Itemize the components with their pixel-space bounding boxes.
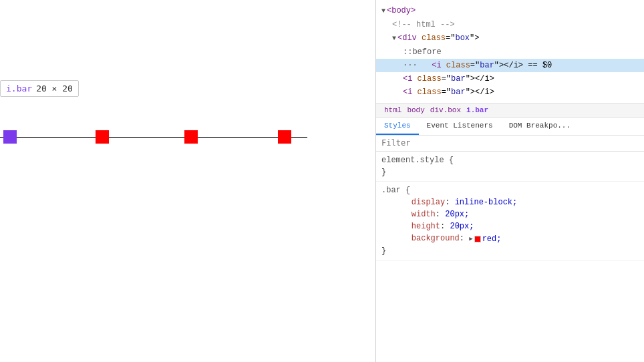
filter-input[interactable] <box>381 138 639 148</box>
bar-red-1 <box>96 130 109 144</box>
styles-panel: element.style { } .bar { display: inline… <box>376 136 644 362</box>
css-rule-bar: .bar { display: inline-block; width: 20p… <box>376 182 644 260</box>
dom-line-selected-bar[interactable]: ··· <i class="bar"></i> == $0 <box>376 59 644 72</box>
triangle-icon: ▼ <box>381 7 385 15</box>
browser-preview: i.bar 20 × 20 <box>0 0 376 362</box>
dom-line-div[interactable]: ▼<div class="box"> <box>376 31 644 45</box>
css-prop-background: background <box>412 234 460 243</box>
tab-event-listeners[interactable]: Event Listeners <box>419 118 501 135</box>
tab-styles[interactable]: Styles <box>376 118 419 135</box>
breadcrumb-i-bar[interactable]: i.bar <box>464 106 491 115</box>
breadcrumb-html[interactable]: html <box>381 106 404 115</box>
css-prop-height: height <box>412 222 440 231</box>
tooltip-dimensions: 20 × 20 <box>36 83 73 94</box>
css-rule-element-style: element.style { } <box>376 152 644 182</box>
dom-line-before: ::before <box>376 45 644 59</box>
dom-tree: ▼<body> <!-- html --> ▼<div class="box">… <box>376 0 644 104</box>
devtools-panel: ▼<body> <!-- html --> ▼<div class="box">… <box>376 0 644 362</box>
css-value-background: red; <box>482 233 502 245</box>
css-selector-element-style: element.style { <box>381 156 454 165</box>
color-swatch-red[interactable] <box>474 236 481 242</box>
css-selector-bar: .bar { <box>381 186 410 195</box>
bar-red-2 <box>184 130 198 144</box>
dom-line-body[interactable]: ▼<body> <box>376 4 644 18</box>
dom-line-bar-3[interactable]: <i class="bar"></i> <box>376 85 644 99</box>
css-prop-width: width <box>412 210 436 219</box>
element-tooltip: i.bar 20 × 20 <box>0 80 79 97</box>
bar-purple <box>3 130 17 144</box>
dom-line-comment: <!-- html --> <box>376 18 644 31</box>
breadcrumb-div-box[interactable]: div.box <box>428 106 464 115</box>
filter-bar <box>376 136 644 152</box>
triangle-expand-icon[interactable]: ▶ <box>469 233 472 245</box>
baseline <box>0 137 307 138</box>
css-prop-display: display <box>412 198 445 207</box>
breadcrumb-body[interactable]: body <box>404 106 427 115</box>
triangle-icon-div: ▼ <box>392 35 396 42</box>
breadcrumb: html body div.box i.bar <box>376 104 644 118</box>
background-value: ▶ red; <box>469 233 501 245</box>
bar-red-3 <box>278 130 291 144</box>
tabs-bar: Styles Event Listeners DOM Breakpo... <box>376 118 644 136</box>
tooltip-element-name: i.bar <box>6 83 32 94</box>
dom-line-bar-2[interactable]: <i class="bar"></i> <box>376 72 644 85</box>
tab-dom-breakpoints[interactable]: DOM Breakpo... <box>501 118 579 135</box>
